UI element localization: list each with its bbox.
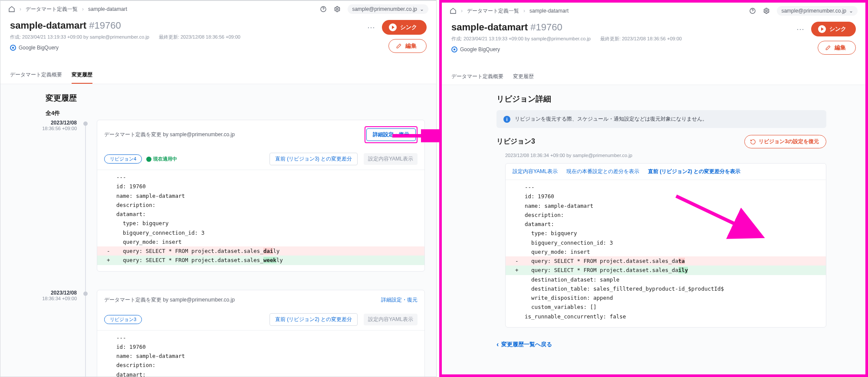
page-title: sample-datamart bbox=[451, 22, 528, 33]
detail-restore-link[interactable]: 詳細設定・復元 bbox=[365, 126, 418, 143]
back-link[interactable]: 変更履歴一覧へ戻る bbox=[496, 341, 552, 348]
banner-text: リビジョンを復元する際、スケジュール・通知設定などは復元対象になりません。 bbox=[515, 115, 707, 123]
diff-block: --- id: 19760 name: sample-datamart desc… bbox=[97, 170, 424, 271]
tab-prev-diff[interactable]: 直前 (リビジョン2) との変更差分を表示 bbox=[648, 168, 740, 175]
pencil-icon bbox=[825, 45, 831, 51]
user-email: sample@primenumber.co.jp bbox=[352, 6, 417, 12]
breadcrumb-current: sample-datamart bbox=[529, 8, 569, 14]
tab-overview[interactable]: データマート定義概要 bbox=[451, 69, 503, 85]
breadcrumb: › データマート定義一覧 › sample-datamart sample@pr… bbox=[442, 3, 865, 19]
play-icon bbox=[818, 25, 826, 33]
play-icon bbox=[389, 23, 397, 31]
detail-restore-link[interactable]: 詳細設定・復元 bbox=[381, 296, 418, 304]
user-email: sample@primenumber.co.jp bbox=[781, 8, 846, 14]
bigquery-icon bbox=[10, 45, 16, 51]
history-heading: 変更履歴 bbox=[46, 93, 425, 103]
diff-block: --- id: 19760 name: sample-datamart desc… bbox=[506, 180, 826, 327]
diff-block: --- id: 19760 name: sample-datamart desc… bbox=[97, 330, 424, 377]
diff-prev-link[interactable]: 直前 (リビジョン3) との変更差分 bbox=[270, 153, 358, 165]
restore-button[interactable]: リビジョン3の設定を復元 bbox=[744, 135, 826, 148]
timeline-date: 2023/12/08 bbox=[12, 290, 77, 296]
detail-card: 設定内容YAML表示 現在の本番設定との差分を表示 直前 (リビジョン2) との… bbox=[505, 163, 826, 328]
page-id: #19760 bbox=[89, 20, 121, 31]
yaml-btn[interactable]: 設定内容YAML表示 bbox=[364, 153, 418, 165]
timeline-time: 18:36:56 +09:00 bbox=[12, 126, 77, 131]
history-count: 全4件 bbox=[46, 109, 425, 117]
edit-button[interactable]: 編集 bbox=[818, 41, 856, 55]
pencil-icon bbox=[396, 43, 402, 49]
restore-icon bbox=[750, 139, 756, 145]
changed-by: データマート定義を変更 by sample@primenumber.co.jp bbox=[104, 296, 235, 304]
gear-icon[interactable] bbox=[763, 7, 770, 14]
source-label: Google BigQuery bbox=[19, 45, 59, 51]
timeline-date: 2023/12/08 bbox=[12, 120, 77, 126]
created-meta: 作成: 2023/04/21 13:19:33 +09:00 by sample… bbox=[10, 34, 149, 40]
tab-prod-diff[interactable]: 現在の本番設定との差分を表示 bbox=[566, 168, 639, 175]
sink-button[interactable]: シンク bbox=[811, 22, 856, 36]
help-icon[interactable] bbox=[320, 6, 327, 13]
user-menu[interactable]: sample@primenumber.co.jp ⌄ bbox=[777, 6, 858, 16]
breadcrumb-current: sample-datamart bbox=[88, 6, 127, 12]
svg-point-1 bbox=[336, 8, 338, 10]
history-card: データマート定義を変更 by sample@primenumber.co.jp … bbox=[97, 120, 425, 272]
revision-title: リビジョン3 bbox=[496, 137, 535, 146]
history-card: データマート定義を変更 by sample@primenumber.co.jp … bbox=[97, 290, 425, 377]
yaml-btn[interactable]: 設定内容YAML表示 bbox=[364, 314, 418, 325]
breadcrumb-list[interactable]: データマート定義一覧 bbox=[467, 7, 519, 15]
tab-history[interactable]: 変更履歴 bbox=[72, 67, 92, 84]
svg-point-4 bbox=[766, 10, 767, 12]
detail-heading: リビジョン詳細 bbox=[496, 94, 854, 104]
diff-prev-link[interactable]: 直前 (リビジョン2) との変更差分 bbox=[270, 313, 358, 326]
detail-meta: 2023/12/08 18:36:34 +09:00 by sample@pri… bbox=[505, 153, 854, 158]
home-icon[interactable] bbox=[450, 7, 457, 14]
revision-pill[interactable]: リビジョン3 bbox=[104, 315, 142, 324]
source-label: Google BigQuery bbox=[460, 46, 500, 52]
revision-pill[interactable]: リビジョン4 bbox=[104, 154, 142, 164]
tab-history[interactable]: 変更履歴 bbox=[513, 69, 534, 85]
page-id: #19760 bbox=[530, 22, 562, 33]
created-meta: 作成: 2023/04/21 13:19:33 +09:00 by sample… bbox=[451, 36, 591, 42]
breadcrumb: › データマート定義一覧 › sample-datamart sample@pr… bbox=[0, 1, 436, 17]
page-title: sample-datamart bbox=[10, 20, 86, 31]
timeline-time: 18:36:34 +09:00 bbox=[12, 296, 77, 301]
bigquery-icon bbox=[451, 46, 457, 52]
current-badge: 現在適用中 bbox=[146, 156, 177, 162]
user-menu[interactable]: sample@primenumber.co.jp ⌄ bbox=[348, 4, 428, 14]
help-icon[interactable] bbox=[749, 7, 756, 14]
updated-meta: 最終更新: 2023/12/08 18:36:56 +09:00 bbox=[600, 36, 682, 42]
gear-icon[interactable] bbox=[334, 6, 341, 13]
home-icon[interactable] bbox=[8, 6, 15, 13]
info-icon: i bbox=[503, 116, 510, 123]
edit-button[interactable]: 編集 bbox=[388, 39, 427, 53]
tabs: データマート定義概要 変更履歴 bbox=[442, 69, 865, 85]
more-menu[interactable]: ⋯ bbox=[796, 24, 805, 34]
tab-yaml[interactable]: 設定内容YAML表示 bbox=[513, 168, 558, 175]
info-banner: i リビジョンを復元する際、スケジュール・通知設定などは復元対象になりません。 bbox=[496, 110, 826, 128]
changed-by: データマート定義を変更 by sample@primenumber.co.jp bbox=[104, 131, 235, 138]
updated-meta: 最終更新: 2023/12/08 18:36:56 +09:00 bbox=[159, 34, 240, 40]
tab-overview[interactable]: データマート定義概要 bbox=[10, 67, 62, 84]
chevron-down-icon: ⌄ bbox=[420, 6, 424, 12]
sink-button[interactable]: シンク bbox=[382, 20, 427, 35]
tabs: データマート定義概要 変更履歴 bbox=[0, 67, 436, 84]
breadcrumb-list[interactable]: データマート定義一覧 bbox=[26, 6, 78, 13]
chevron-down-icon: ⌄ bbox=[849, 8, 853, 14]
more-menu[interactable]: ⋯ bbox=[367, 23, 376, 32]
